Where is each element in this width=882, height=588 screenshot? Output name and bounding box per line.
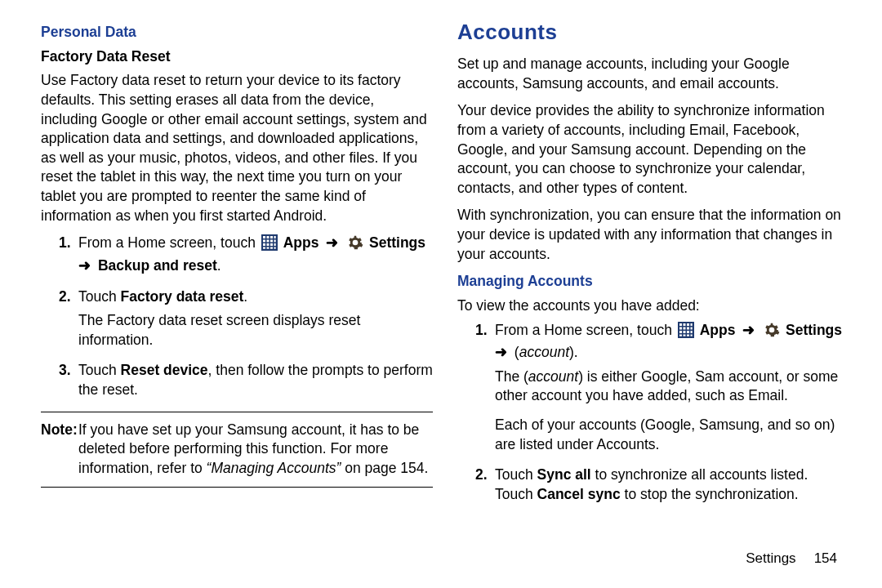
svg-rect-16: [274, 247, 275, 249]
svg-rect-9: [263, 243, 265, 246]
svg-rect-3: [270, 236, 273, 238]
step-number: 2.: [475, 466, 495, 485]
left-column: Personal Data Factory Data Reset Use Fac…: [41, 23, 433, 572]
svg-rect-1: [263, 236, 265, 238]
svg-rect-2: [266, 236, 269, 238]
managing-steps: 1. From a Home screen, touch Apps ➜ Sett…: [457, 321, 849, 505]
document-page: Personal Data Factory Data Reset Use Fac…: [0, 0, 882, 588]
apps-grid-icon: [261, 234, 278, 256]
step-number: 1.: [59, 234, 78, 253]
step-number: 1.: [475, 321, 495, 341]
svg-rect-10: [266, 243, 269, 246]
step-2: 2. Touch Factory data reset. The Factory…: [41, 287, 433, 350]
svg-rect-34: [690, 334, 692, 336]
svg-rect-21: [687, 323, 689, 326]
svg-rect-32: [683, 334, 685, 336]
note-label: Note:: [41, 421, 78, 440]
footer-section: Settings: [746, 550, 795, 566]
factory-reset-intro: Use Factory data reset to return your de…: [41, 71, 433, 225]
accounts-p1: Set up and manage accounts, including yo…: [457, 55, 849, 93]
svg-rect-14: [266, 247, 269, 249]
m-step-2: 2. Touch Sync all to synchronize all acc…: [457, 466, 849, 504]
accounts-p3: With synchronization, you can ensure tha…: [457, 206, 849, 264]
apps-grid-icon: [678, 322, 694, 344]
note-block: Note: If you have set up your Samsung ac…: [41, 421, 433, 479]
right-column: Accounts Set up and manage accounts, inc…: [457, 23, 849, 572]
m-step-1: 1. From a Home screen, touch Apps ➜ Sett…: [457, 321, 849, 455]
svg-rect-31: [679, 334, 682, 336]
svg-rect-25: [687, 327, 689, 329]
svg-rect-11: [270, 243, 273, 246]
step-1-text: From a Home screen, touch Apps ➜ Setting…: [78, 234, 433, 275]
factory-reset-steps: 1. From a Home screen, touch Apps ➜ Sett…: [41, 234, 433, 399]
svg-rect-15: [270, 247, 273, 249]
step-number: 3.: [59, 361, 78, 381]
step-2-line1: Touch Factory data reset.: [78, 287, 433, 307]
accounts-p2: Your device provides the ability to sync…: [457, 101, 849, 198]
page-number: 154: [814, 550, 837, 566]
arrow-icon: ➜: [326, 234, 338, 251]
svg-rect-24: [683, 327, 685, 329]
svg-rect-4: [274, 236, 275, 238]
svg-rect-12: [274, 243, 275, 246]
settings-gear-icon: [347, 234, 363, 256]
svg-rect-29: [687, 331, 689, 333]
svg-rect-27: [679, 331, 682, 333]
divider: [41, 412, 433, 412]
step-number: 2.: [59, 287, 78, 307]
step-3-text: Touch Reset device, then follow the prom…: [78, 361, 433, 399]
arrow-icon: ➜: [495, 344, 507, 360]
svg-point-17: [354, 241, 357, 244]
m-step-1-line3: Each of your accounts (Google, Samsung, …: [495, 416, 849, 454]
svg-rect-19: [679, 323, 682, 326]
svg-rect-33: [687, 334, 689, 336]
arrow-icon: ➜: [78, 257, 91, 274]
divider: [41, 487, 433, 488]
m-step-1-line2: The (account) is either Google, Sam acco…: [495, 368, 849, 406]
svg-rect-30: [690, 331, 692, 333]
note-body: If you have set up your Samsung account,…: [78, 421, 433, 479]
personal-data-heading: Personal Data: [41, 23, 433, 42]
settings-gear-icon: [764, 322, 780, 344]
svg-rect-28: [683, 331, 685, 333]
accounts-heading: Accounts: [457, 18, 849, 47]
m-step-1-line1: From a Home screen, touch Apps ➜ Setting…: [495, 321, 849, 363]
svg-rect-23: [679, 327, 682, 329]
step-3: 3. Touch Reset device, then follow the p…: [41, 361, 433, 399]
page-footer: Settings154: [746, 550, 837, 568]
svg-rect-8: [274, 240, 275, 243]
svg-rect-5: [263, 240, 265, 243]
svg-rect-7: [270, 240, 273, 243]
managing-accounts-heading: Managing Accounts: [457, 272, 849, 292]
svg-rect-6: [266, 240, 269, 243]
step-1: 1. From a Home screen, touch Apps ➜ Sett…: [41, 234, 433, 275]
svg-point-35: [770, 328, 773, 332]
managing-intro: To view the accounts you have added:: [457, 296, 849, 316]
svg-rect-26: [690, 327, 692, 329]
factory-data-reset-heading: Factory Data Reset: [41, 47, 433, 67]
svg-rect-20: [683, 323, 685, 326]
svg-rect-22: [690, 323, 692, 326]
m-step-2-text: Touch Sync all to synchronize all accoun…: [495, 466, 849, 504]
svg-rect-13: [263, 247, 265, 249]
arrow-icon: ➜: [742, 322, 755, 338]
step-2-line2: The Factory data reset screen displays r…: [78, 311, 433, 350]
